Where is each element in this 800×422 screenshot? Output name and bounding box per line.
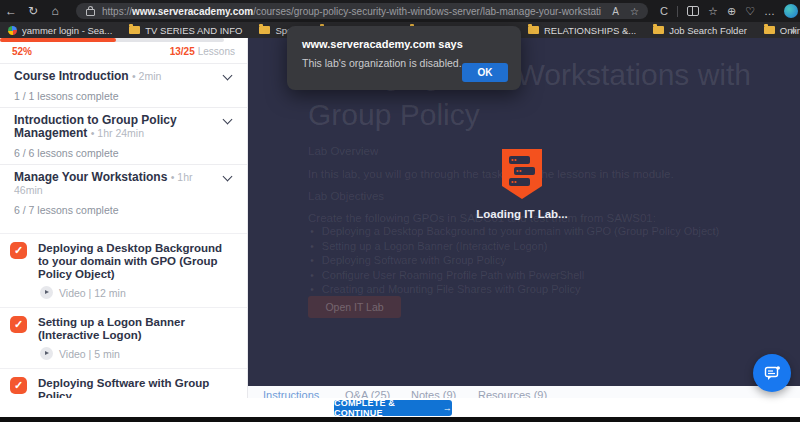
progress-stats-row: 52% 13/25Lessons bbox=[0, 42, 247, 63]
completed-check-icon[interactable]: ✓ bbox=[10, 377, 27, 394]
dialog-title: www.serveracademy.com says bbox=[302, 38, 506, 50]
objective-item: Deploying a Desktop Background to your d… bbox=[310, 224, 719, 239]
url-text: https://www.serveracademy.com/courses/gr… bbox=[102, 6, 601, 17]
section-complete-text: 6 / 6 lessons complete bbox=[14, 147, 235, 159]
play-icon bbox=[40, 286, 53, 299]
copilot-icon[interactable]: C bbox=[660, 6, 668, 17]
url-scheme: https:// bbox=[102, 6, 132, 17]
read-aloud-icon[interactable]: A bbox=[612, 6, 619, 17]
chevron-down-icon[interactable] bbox=[223, 71, 233, 81]
bookmarks-overflow-icon[interactable]: » bbox=[790, 22, 796, 38]
lessons-word: Lessons bbox=[198, 46, 235, 57]
completed-check-icon[interactable]: ✓ bbox=[10, 316, 27, 333]
js-alert-dialog: www.serveracademy.com says This lab's or… bbox=[287, 26, 521, 90]
favorites-bar-icon[interactable]: ☆ bbox=[708, 6, 718, 17]
folder-icon bbox=[259, 26, 270, 34]
lab-objectives-list: Deploying a Desktop Background to your d… bbox=[310, 224, 719, 297]
lessons-fraction: 13/25 bbox=[170, 46, 195, 57]
folder-icon bbox=[129, 26, 140, 34]
section-course-introduction[interactable]: Course Introduction • 2min 1 / 1 lessons… bbox=[0, 63, 247, 107]
objective-item: Configure User Roaming Profile Path with… bbox=[310, 268, 719, 283]
section-complete-text: 6 / 7 lessons complete bbox=[14, 204, 235, 216]
section-duration: • 1hr 24min bbox=[91, 127, 144, 139]
split-screen-icon[interactable] bbox=[687, 6, 699, 16]
bookmark-folder-tv-series[interactable]: TV SERIES AND INFO bbox=[129, 25, 242, 36]
bookmark-label: TV SERIES AND INFO bbox=[145, 25, 242, 36]
search-favicon-icon bbox=[8, 26, 17, 35]
collections-icon[interactable]: ⊕ bbox=[727, 6, 736, 17]
lab-loading-indicator: Loading IT Lab... bbox=[462, 148, 582, 220]
section-manage-workstations[interactable]: Manage Your Workstations • 1hr 46min 6 /… bbox=[0, 164, 247, 221]
bookmark-folder-relationships[interactable]: RELATIONSHIPS &... bbox=[528, 25, 636, 36]
section-title: Manage Your Workstations bbox=[14, 170, 167, 184]
url-path: /courses/group-policy-security-with-wind… bbox=[253, 6, 601, 17]
toolbar-divider bbox=[677, 6, 678, 17]
lock-icon[interactable] bbox=[86, 9, 95, 16]
lesson-title: Deploying a Desktop Background to your d… bbox=[38, 242, 233, 281]
lesson-item-desktop-background[interactable]: ✓ Deploying a Desktop Background to your… bbox=[0, 234, 247, 308]
url-domain: www.serveracademy.com bbox=[132, 6, 253, 17]
browser-window: ← ↻ ⌂ https://www.serveracademy.com/cour… bbox=[0, 0, 800, 422]
section-complete-text: 1 / 1 lessons complete bbox=[14, 90, 235, 102]
complete-continue-button[interactable]: COMPLETE & CONTINUE → bbox=[334, 400, 452, 416]
chevron-down-icon[interactable] bbox=[223, 115, 233, 125]
lessons-count: 13/25Lessons bbox=[170, 46, 235, 57]
bookmark-folder-job-search[interactable]: Job Search Folder bbox=[653, 25, 747, 36]
loading-text: Loading IT Lab... bbox=[462, 208, 582, 220]
bookmark-label: RELATIONSHIPS &... bbox=[544, 25, 636, 36]
lab-content-panel: Managing Your Workstations with Group Po… bbox=[248, 38, 800, 422]
favorite-star-icon[interactable]: ☆ bbox=[630, 6, 639, 17]
completed-check-icon[interactable]: ✓ bbox=[10, 242, 27, 259]
folder-icon bbox=[528, 26, 539, 34]
browser-toolbar: ← ↻ ⌂ https://www.serveracademy.com/cour… bbox=[0, 0, 800, 22]
folder-icon bbox=[764, 26, 775, 34]
lesson-item-logon-banner[interactable]: ✓ Setting up a Logon Banner (Interactive… bbox=[0, 308, 247, 369]
objective-item: Setting up a Logon Banner (Interactive L… bbox=[310, 239, 719, 254]
section-duration: • 2min bbox=[132, 70, 161, 82]
chat-fab-button[interactable] bbox=[753, 354, 791, 392]
lab-overview-heading: Lab Overview bbox=[308, 145, 378, 157]
section-title: Course Introduction bbox=[14, 69, 129, 83]
toolbar-icon-cluster: C ☆ ⊕ ♡ … bbox=[660, 0, 798, 22]
course-sidebar: 52% 13/25Lessons Course Introduction • 2… bbox=[0, 38, 248, 422]
browser-essentials-icon[interactable]: ♡ bbox=[745, 6, 755, 17]
bookmark-yammer[interactable]: yammer login - Sea... bbox=[8, 25, 112, 36]
home-icon[interactable]: ⌂ bbox=[44, 4, 66, 18]
objective-item: Deploying Software with Group Policy bbox=[310, 253, 719, 268]
lesson-meta: Video | 12 min bbox=[59, 287, 126, 299]
bookmark-label: yammer login - Sea... bbox=[22, 25, 112, 36]
profile-avatar[interactable] bbox=[784, 4, 798, 18]
folder-icon bbox=[653, 26, 664, 34]
lab-objectives-heading: Lab Objectives bbox=[308, 190, 384, 202]
arrow-right-icon: → bbox=[443, 403, 452, 413]
reload-icon[interactable]: ↻ bbox=[22, 4, 44, 18]
lesson-title: Setting up a Logon Banner (Interactive L… bbox=[38, 316, 233, 342]
chevron-down-icon[interactable] bbox=[223, 172, 233, 182]
lab-title-line2: Group Policy bbox=[308, 98, 480, 132]
address-bar[interactable]: https://www.serveracademy.com/courses/gr… bbox=[76, 3, 648, 19]
lesson-list: ✓ Deploying a Desktop Background to your… bbox=[0, 233, 247, 422]
lesson-meta: Video | 5 min bbox=[59, 348, 120, 360]
bookmark-label: Job Search Folder bbox=[669, 25, 747, 36]
play-icon bbox=[40, 347, 53, 360]
chat-icon bbox=[764, 365, 781, 382]
progress-percent: 52% bbox=[12, 46, 32, 57]
open-it-lab-button[interactable]: Open IT Lab bbox=[308, 296, 401, 318]
settings-more-icon[interactable]: … bbox=[764, 6, 775, 17]
complete-continue-label: COMPLETE & CONTINUE bbox=[334, 398, 439, 418]
back-icon[interactable]: ← bbox=[0, 4, 22, 18]
server-academy-logo-icon bbox=[500, 148, 544, 200]
dialog-ok-button[interactable]: OK bbox=[462, 63, 508, 82]
section-intro-group-policy[interactable]: Introduction to Group Policy Management … bbox=[0, 107, 247, 164]
bookmarks-right-group: RELATIONSHIPS &... Job Search Folder Onl… bbox=[528, 22, 800, 38]
objective-item: Creating and Mounting File Shares with G… bbox=[310, 282, 719, 297]
